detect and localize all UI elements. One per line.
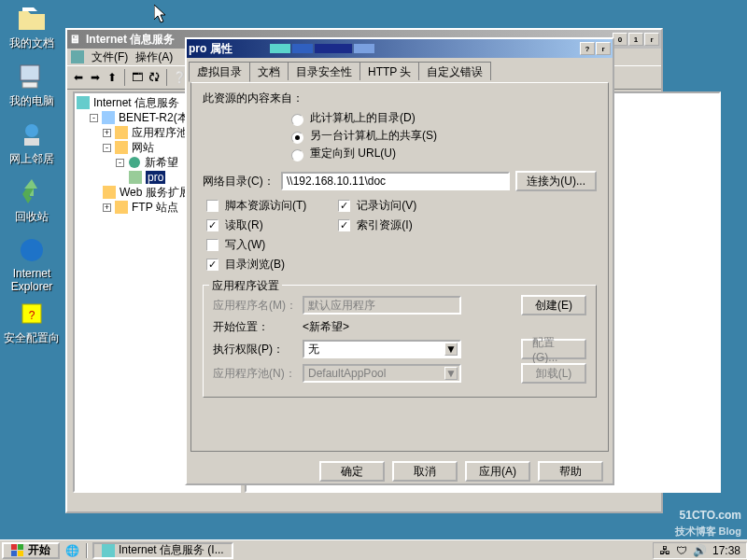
recycle-icon xyxy=(17,177,47,207)
chevron-down-icon: ▼ xyxy=(444,343,458,356)
select-value: DefaultAppPool xyxy=(308,367,386,380)
desktop-network[interactable]: 网上邻居 xyxy=(4,119,60,167)
svg-rect-3 xyxy=(24,138,39,146)
button-label: 卸载(L) xyxy=(536,366,572,382)
cancel-button[interactable]: 取消 xyxy=(392,461,458,482)
desktop-my-documents[interactable]: 我的文档 xyxy=(4,4,60,51)
radio-redirect[interactable] xyxy=(291,149,303,161)
up-icon[interactable]: ⬆ xyxy=(105,70,120,85)
context-help-button[interactable]: ? xyxy=(580,42,595,55)
check-log[interactable] xyxy=(338,200,350,212)
check-index[interactable] xyxy=(338,219,350,231)
dialog-buttons: 确定 取消 应用(A) 帮助 xyxy=(187,461,603,482)
tree-label: 网站 xyxy=(132,140,154,156)
task-iis-manager[interactable]: Internet 信息服务 (I... xyxy=(92,542,233,559)
tab-http-headers[interactable]: HTTP 头 xyxy=(359,62,419,80)
content-from-label: 此资源的内容来自： xyxy=(203,91,597,106)
application-settings-group: 应用程序设置 应用程序名(M)： 默认应用程序 创建(E) 开始位置： <新希望… xyxy=(203,285,597,398)
icon-label: Internet Explorer xyxy=(4,267,60,293)
quick-launch-ie-icon[interactable]: 🌐 xyxy=(65,544,79,557)
tree-label: 新希望 xyxy=(145,155,178,171)
connect-as-button[interactable]: 连接为(U)... xyxy=(515,171,597,191)
button-label: 取消 xyxy=(414,464,436,480)
globe-icon xyxy=(128,156,141,169)
app-name-label: 应用程序名(M)： xyxy=(213,298,297,314)
create-button[interactable]: 创建(E) xyxy=(521,295,586,315)
tab-label: 文档 xyxy=(258,65,280,78)
button-label: 应用(A) xyxy=(479,464,516,480)
network-dir-label: 网络目录(C)： xyxy=(203,174,275,189)
forward-icon[interactable]: ➡ xyxy=(88,70,103,85)
radio-share[interactable] xyxy=(291,132,303,144)
svg-rect-16 xyxy=(11,544,17,550)
unload-button: 卸载(L) xyxy=(521,363,586,384)
expand-icon[interactable]: + xyxy=(103,203,111,212)
collapse-icon[interactable]: - xyxy=(116,159,124,167)
properties-dialog: pro 属性 ? r 虚拟目录 文档 目录安全性 HTTP 头 自定义错误 此资… xyxy=(185,37,614,485)
expand-icon[interactable]: + xyxy=(103,129,111,137)
iis-icon xyxy=(77,96,90,109)
folder-icon xyxy=(115,201,128,214)
icon-label: 安全配置向 xyxy=(4,330,60,346)
collapse-icon[interactable]: - xyxy=(90,114,98,122)
menu-file[interactable]: 文件(F) xyxy=(92,49,128,65)
watermark-main: 51CTO.com xyxy=(675,510,742,521)
minimize-button[interactable]: 0 xyxy=(613,33,627,46)
tray-volume-icon[interactable]: 🔊 xyxy=(693,544,707,557)
tray-network-icon[interactable]: 🖧 xyxy=(659,544,670,557)
svg-rect-10 xyxy=(115,126,128,139)
svg-rect-0 xyxy=(21,65,39,80)
desktop-security-wizard[interactable]: ? 安全配置向 xyxy=(4,299,60,346)
config-button: 配置(G)... xyxy=(521,339,586,359)
check-read[interactable] xyxy=(206,219,218,231)
svg-rect-1 xyxy=(22,82,37,88)
exec-perm-select[interactable]: 无 ▼ xyxy=(303,340,461,358)
ok-button[interactable]: 确定 xyxy=(319,461,385,482)
watermark-sub: 技术博客 Blog xyxy=(675,525,742,537)
computer-icon xyxy=(17,62,47,91)
icon-label: 网上邻居 xyxy=(4,151,60,167)
radio-label: 重定向到 URL(U) xyxy=(310,146,396,161)
tab-label: 目录安全性 xyxy=(296,65,352,78)
tab-directory-security[interactable]: 目录安全性 xyxy=(288,62,360,80)
desktop-recycle[interactable]: 回收站 xyxy=(4,177,60,225)
close-button[interactable]: r xyxy=(644,33,659,46)
iis-icon xyxy=(102,544,115,557)
close-button[interactable]: r xyxy=(596,42,611,55)
desktop-my-computer[interactable]: 我的电脑 xyxy=(4,62,60,109)
tab-documents[interactable]: 文档 xyxy=(249,62,289,80)
start-button[interactable]: 开始 xyxy=(2,542,60,559)
icon-label: 我的文档 xyxy=(4,35,60,51)
menu-action[interactable]: 操作(A) xyxy=(135,49,173,65)
svg-rect-11 xyxy=(115,141,128,154)
check-script-access[interactable] xyxy=(206,200,218,212)
network-dir-input[interactable]: \\192.168.10.11\doc xyxy=(281,172,510,190)
check-label: 写入(W) xyxy=(225,237,265,253)
dialog-titlebar[interactable]: pro 属性 ? r xyxy=(187,39,613,58)
icon-label: 回收站 xyxy=(4,209,60,225)
maximize-button[interactable]: 1 xyxy=(628,33,643,46)
tab-content: 此资源的内容来自： 此计算机上的目录(D) 另一台计算机上的共享(S) 重定向到… xyxy=(190,82,609,452)
watermark: 51CTO.com 技术博客 Blog xyxy=(675,510,742,538)
svg-rect-9 xyxy=(102,111,115,124)
button-label: 配置(G)... xyxy=(532,335,575,364)
tab-virtual-directory[interactable]: 虚拟目录 xyxy=(189,62,250,82)
system-tray[interactable]: 🖧 🛡 🔊 17:38 xyxy=(653,542,747,559)
tray-shield-icon[interactable]: 🛡 xyxy=(676,544,687,557)
tab-custom-errors[interactable]: 自定义错误 xyxy=(418,62,491,80)
apply-button[interactable]: 应用(A) xyxy=(465,461,530,482)
check-browse[interactable] xyxy=(206,259,218,271)
tray-clock[interactable]: 17:38 xyxy=(712,544,740,557)
check-write[interactable] xyxy=(206,239,218,251)
help-button[interactable]: 帮助 xyxy=(538,461,603,482)
svg-rect-13 xyxy=(129,171,142,184)
chevron-down-icon: ▼ xyxy=(444,367,458,380)
properties-icon[interactable]: 🗔 xyxy=(130,70,145,85)
svg-rect-19 xyxy=(18,551,23,556)
desktop-ie[interactable]: Internet Explorer xyxy=(4,235,60,293)
wizard-icon: ? xyxy=(17,299,47,329)
collapse-icon[interactable]: - xyxy=(103,144,111,152)
back-icon[interactable]: ⬅ xyxy=(71,70,86,85)
radio-this-computer[interactable] xyxy=(291,114,303,126)
refresh-icon[interactable]: 🗘 xyxy=(147,70,162,85)
